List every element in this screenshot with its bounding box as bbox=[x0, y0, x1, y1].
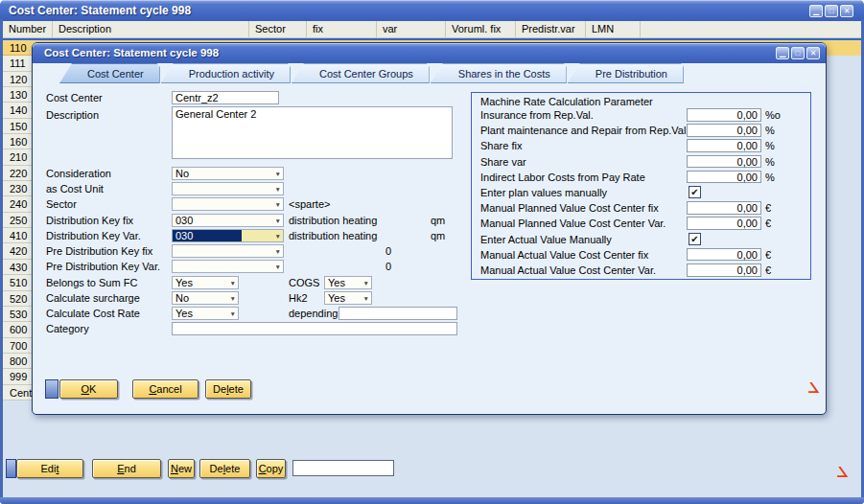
manual-planned-fix-label: Manual Planned Value Cost Center fix bbox=[480, 202, 659, 214]
column-header-fix: fix bbox=[307, 21, 377, 37]
resize-handle-icon[interactable]: ∠ bbox=[807, 381, 820, 395]
cancel-button[interactable]: Cancel bbox=[132, 379, 198, 399]
calculate-surcharge-dropdown[interactable]: No▼ bbox=[172, 291, 239, 305]
pre-distribution-key-fix-note: 0 bbox=[385, 245, 391, 257]
depending-label: depending bbox=[289, 308, 338, 319]
row-number: 430 bbox=[10, 262, 27, 273]
button-accent-strip bbox=[6, 459, 16, 478]
cogs-dropdown[interactable]: Yes▼ bbox=[324, 276, 372, 289]
column-header-description: Description bbox=[53, 21, 249, 37]
footer-button[interactable]: Delete bbox=[199, 459, 250, 478]
distribution-key-var-label: Distribution Key Var. bbox=[46, 230, 141, 241]
share-var-field[interactable]: 0,00 bbox=[687, 155, 761, 169]
category-label: Category bbox=[46, 323, 89, 334]
footer-input[interactable] bbox=[292, 460, 394, 476]
manual-planned-var-field[interactable]: 0,00 bbox=[687, 217, 761, 230]
column-header-var: var bbox=[377, 21, 446, 37]
row-number: 160 bbox=[10, 136, 27, 148]
enter-plan-values-label: Enter plan values manually bbox=[480, 187, 607, 198]
close-icon[interactable]: ✕ bbox=[840, 5, 853, 17]
minimize-icon[interactable]: ▁ bbox=[809, 5, 823, 17]
row-number: 800 bbox=[10, 355, 27, 367]
row-number: 210 bbox=[10, 151, 27, 163]
distribution-key-var-dropdown[interactable]: 030▼ bbox=[172, 229, 284, 242]
resize-handle-icon[interactable]: ∠ bbox=[836, 466, 849, 479]
row-number: 230 bbox=[10, 183, 27, 195]
share-fix-field[interactable]: 0,00 bbox=[687, 139, 761, 152]
row-number: 600 bbox=[10, 324, 27, 335]
row-number: 700 bbox=[10, 340, 27, 352]
chevron-down-icon: ▼ bbox=[275, 218, 281, 225]
form-row-calculate-surcharge: Calculate surcharge No▼ Hk2 Yes▼ bbox=[46, 291, 804, 307]
calculate-cost-rate-dropdown[interactable]: Yes▼ bbox=[172, 307, 239, 320]
ok-button[interactable]: OK bbox=[59, 379, 118, 399]
distribution-key-fix-dropdown[interactable]: 030▼ bbox=[172, 214, 284, 227]
share-var-label: Share var bbox=[480, 156, 526, 168]
column-header-number: Number bbox=[3, 21, 53, 37]
row-number: 250 bbox=[10, 215, 27, 226]
hk2-dropdown[interactable]: Yes▼ bbox=[324, 291, 372, 305]
category-field[interactable] bbox=[172, 322, 457, 335]
machine-rate-panel-title: Machine Rate Calculation Parameter bbox=[480, 96, 653, 107]
consideration-dropdown[interactable]: No▼ bbox=[172, 167, 284, 180]
manual-actual-fix-unit: € bbox=[765, 249, 771, 261]
tab-shares-in-the-costs[interactable]: Shares in the Costs bbox=[431, 63, 567, 83]
tab-cost-center[interactable]: Cost Center bbox=[59, 63, 160, 83]
enter-actual-value-checkbox[interactable]: ✔ bbox=[689, 233, 701, 245]
depending-field[interactable] bbox=[339, 307, 457, 320]
manual-actual-var-unit: € bbox=[765, 264, 771, 276]
plant-maintenance-field[interactable]: 0,00 bbox=[687, 124, 761, 137]
manual-actual-fix-field[interactable]: 0,00 bbox=[687, 248, 761, 262]
sector-note: <sparte> bbox=[289, 198, 330, 210]
sector-label: Sector bbox=[46, 198, 77, 210]
hk2-label: Hk2 bbox=[289, 292, 308, 304]
chevron-down-icon: ▼ bbox=[230, 295, 236, 303]
column-header-voruml-fix: Voruml. fix bbox=[446, 21, 516, 37]
dialog-minimize-icon[interactable]: ▁ bbox=[776, 47, 789, 59]
row-number: 220 bbox=[10, 168, 27, 179]
manual-actual-var-field[interactable]: 0,00 bbox=[687, 263, 761, 277]
cost-center-field[interactable]: Centr_z2 bbox=[172, 91, 279, 104]
maximize-icon[interactable]: □ bbox=[825, 5, 838, 17]
machine-rate-panel: Machine Rate Calculation Parameter Insur… bbox=[471, 92, 811, 280]
share-fix-label: Share fix bbox=[480, 140, 522, 151]
footer-button[interactable]: Copy bbox=[256, 459, 286, 478]
pre-distribution-key-var-dropdown[interactable]: ▼ bbox=[172, 260, 284, 273]
insurance-field[interactable]: 0,00 bbox=[687, 108, 761, 122]
share-var-unit: % bbox=[765, 156, 775, 168]
selected-text: 030 bbox=[173, 230, 242, 241]
insurance-label: Insurance from Rep.Val. bbox=[480, 109, 594, 121]
row-number: 410 bbox=[10, 230, 27, 241]
footer-button[interactable]: End bbox=[92, 459, 161, 478]
plant-maintenance-unit: % bbox=[765, 125, 775, 136]
as-cost-unit-dropdown[interactable]: ▼ bbox=[172, 182, 284, 195]
chevron-down-icon: ▼ bbox=[275, 233, 281, 241]
belongs-to-sum-fc-dropdown[interactable]: Yes▼ bbox=[172, 276, 239, 289]
row-number: 140 bbox=[10, 104, 27, 116]
manual-actual-fix-label: Manual Actual Value Cost Center fix bbox=[480, 249, 648, 261]
indirect-labor-field[interactable]: 0,00 bbox=[687, 171, 761, 184]
tab-cost-center-groups[interactable]: Cost Center Groups bbox=[292, 63, 430, 83]
dialog-close-icon[interactable]: ✕ bbox=[806, 47, 820, 59]
distribution-key-var-unit: qm bbox=[431, 230, 445, 241]
sector-dropdown[interactable]: ▼ bbox=[172, 197, 284, 211]
enter-plan-values-checkbox[interactable]: ✔ bbox=[689, 186, 701, 198]
main-window-title: Cost Center: Statement cycle 998 bbox=[9, 0, 191, 21]
tab-production-activity[interactable]: Production activity bbox=[161, 63, 291, 83]
footer-button[interactable]: New bbox=[168, 459, 195, 478]
tab-pre-distribution[interactable]: Pre Distribution bbox=[568, 63, 684, 83]
description-field[interactable]: General Center 2 bbox=[172, 106, 453, 159]
row-number: 530 bbox=[10, 309, 27, 320]
cost-center-label: Cost Center bbox=[46, 92, 103, 103]
pre-distribution-key-fix-dropdown[interactable]: ▼ bbox=[172, 244, 284, 258]
row-number: 520 bbox=[10, 293, 27, 305]
dialog-maximize-icon[interactable]: □ bbox=[791, 47, 805, 59]
manual-planned-fix-field[interactable]: 0,00 bbox=[687, 201, 761, 215]
chevron-down-icon: ▼ bbox=[275, 248, 281, 256]
row-number: 120 bbox=[10, 74, 27, 85]
footer-button[interactable]: Edit bbox=[16, 459, 83, 478]
chevron-down-icon: ▼ bbox=[275, 186, 281, 194]
column-header-predistr-var: Predistr.var bbox=[516, 21, 586, 37]
distribution-key-fix-note: distribution heating bbox=[289, 215, 377, 226]
delete-button[interactable]: Delete bbox=[205, 379, 251, 399]
